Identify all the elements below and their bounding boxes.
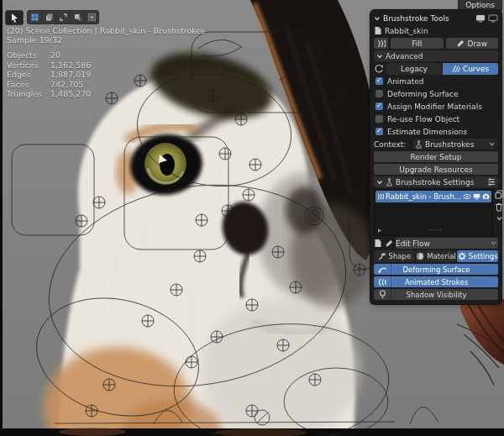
stat-row: Triangles1,485,270 — [7, 89, 91, 99]
wrench-icon — [378, 252, 386, 260]
brushstroke-settings-header[interactable]: Brushstroke Settings — [374, 176, 498, 187]
empty-gizmo[interactable] — [243, 189, 255, 201]
empty-gizmo[interactable] — [219, 148, 231, 160]
brushstroke-tools-panel: Brushstroke Tools Rabbit_skin Fill Draw — [370, 10, 501, 304]
curves-option[interactable]: Curves — [443, 63, 498, 75]
draw-button[interactable]: Draw — [446, 38, 499, 49]
left-edge — [0, 0, 3, 436]
object-data-icon[interactable] — [374, 239, 382, 248]
empty-gizmo[interactable] — [249, 159, 261, 171]
mode-button[interactable] — [56, 11, 71, 24]
paint-bucket-icon — [74, 13, 81, 21]
empty-gizmo[interactable] — [103, 379, 115, 391]
context-dropdown[interactable]: Brushstrokes — [412, 138, 498, 150]
checkbox-animated[interactable]: ✓ Animated — [374, 76, 498, 87]
filter-icon[interactable] — [487, 178, 496, 186]
context-label: Context: — [374, 140, 409, 149]
stat-row: Edges1,887,019 — [7, 70, 91, 80]
empty-gizmo[interactable] — [106, 92, 118, 104]
empty-gizmo[interactable] — [235, 113, 247, 125]
empty-gizmo[interactable] — [277, 339, 289, 351]
fill-button[interactable]: Fill — [391, 38, 444, 49]
stat-row: Objects20 — [7, 50, 91, 60]
empty-gizmo[interactable] — [142, 315, 154, 327]
empty-gizmo[interactable] — [246, 405, 258, 417]
animated-strokes-button[interactable]: Animated Strokes — [374, 276, 498, 287]
chevron-down-icon[interactable] — [496, 215, 503, 222]
mode-button[interactable] — [85, 11, 98, 24]
brushstroke-list-item-selected[interactable]: Rabbit_skin - Brush... — [375, 191, 491, 202]
edit-flow-button[interactable]: Edit Flow — [396, 238, 498, 249]
mode-button[interactable] — [42, 11, 56, 24]
legacy-option[interactable]: Legacy — [386, 63, 442, 75]
empty-gizmo[interactable] — [196, 214, 207, 226]
checkbox-estimate-dimensions[interactable]: ✓ Estimate Dimensions — [374, 126, 498, 137]
viewport-mode-buttons — [27, 10, 99, 24]
empty-gizmo[interactable] — [93, 197, 105, 208]
trash-icon[interactable] — [495, 202, 503, 212]
empty-gizmo[interactable] — [357, 196, 369, 207]
render-setup-button[interactable]: Render Setup — [374, 151, 498, 162]
list-footer: ···· — [375, 226, 491, 234]
empty-gizmo[interactable] — [76, 215, 87, 227]
flask-icon — [415, 140, 423, 149]
duplicate-icon[interactable] — [495, 190, 504, 199]
empty-gizmo[interactable] — [222, 205, 234, 217]
empty-gizmo[interactable] — [309, 374, 321, 386]
eye-icon[interactable] — [463, 193, 471, 200]
empty-gizmo[interactable] — [354, 264, 365, 276]
brushstroke-list[interactable]: Rabbit_skin - Brush... ···· — [374, 189, 493, 236]
advanced-section-header[interactable]: Advanced — [374, 50, 498, 61]
screen-icon[interactable] — [473, 193, 480, 200]
resize-grip[interactable]: ···· — [382, 227, 490, 234]
empty-gizmo[interactable] — [211, 331, 223, 343]
empty-gizmo[interactable] — [186, 356, 197, 368]
display-filled-icon[interactable] — [475, 14, 486, 23]
tab-settings[interactable]: Settings — [457, 250, 498, 262]
checkbox-box: ✓ — [375, 128, 383, 135]
object-name-label: Rabbit_skin — [385, 27, 428, 35]
empty-gizmo[interactable] — [207, 90, 219, 102]
checkbox-assign-modifier-materials[interactable]: ✓ Assign Modifier Materials — [374, 101, 498, 112]
deforming-surface-button[interactable]: Deforming Surface — [374, 264, 498, 275]
brushstroke-icon-button[interactable] — [374, 38, 388, 49]
animated-strokes-icon — [378, 278, 387, 286]
mode-button-active[interactable] — [28, 11, 42, 24]
empty-gizmo[interactable] — [246, 299, 258, 311]
light-bulb-icon — [379, 290, 386, 299]
brushstroke-list-area: Rabbit_skin - Brush... ···· — [374, 189, 498, 236]
upgrade-resources-button[interactable]: Upgrade Resources — [374, 164, 498, 175]
context-path-label: (20) Scene Collection | Rabbit_skin - Br… — [7, 26, 205, 36]
empty-gizmo[interactable] — [134, 75, 146, 87]
empty-gizmo[interactable] — [272, 246, 284, 258]
pen-icon[interactable] — [385, 239, 393, 248]
cursor-arrow-icon — [11, 13, 18, 23]
panel-header[interactable]: Brushstroke Tools — [374, 13, 498, 24]
context-row: Context: Brushstrokes — [374, 139, 498, 150]
tab-material[interactable]: Material — [416, 250, 457, 262]
stat-row: Vertices1,162,586 — [7, 60, 91, 71]
flask-icon — [386, 178, 393, 186]
empty-gizmo[interactable] — [86, 405, 97, 417]
loop-icon — [374, 64, 384, 74]
mode-toggle-row: Legacy Curves — [374, 63, 498, 74]
tab-shape[interactable]: Shape — [374, 250, 415, 262]
checkbox-deforming-surface[interactable]: ✓ Deforming Surface — [374, 88, 498, 99]
empty-gizmo[interactable] — [338, 122, 349, 134]
list-side-toolbar — [495, 189, 504, 236]
tweak-tool-button[interactable] — [5, 10, 24, 25]
empty-gizmo[interactable] — [171, 284, 182, 296]
mode-button[interactable] — [71, 11, 85, 24]
empty-gizmo[interactable] — [290, 281, 302, 293]
empty-gizmo[interactable] — [194, 250, 206, 262]
strokes-icon — [377, 39, 386, 48]
shadow-visibility-button[interactable]: Shadow Visibility — [374, 289, 498, 300]
edit-flow-row: Edit Flow — [374, 238, 498, 249]
stat-row: Faces742,705 — [7, 80, 91, 90]
camera-icon[interactable] — [482, 193, 490, 200]
display-outline-icon[interactable] — [488, 14, 498, 23]
checkbox-box: ✓ — [375, 90, 383, 97]
checkbox-box: ✓ — [375, 102, 383, 110]
checkbox-reuse-flow-object[interactable]: ✓ Re-use Flow Object — [374, 113, 498, 124]
blender-window: User Orthographic (20) Scene Collection … — [0, 0, 504, 436]
